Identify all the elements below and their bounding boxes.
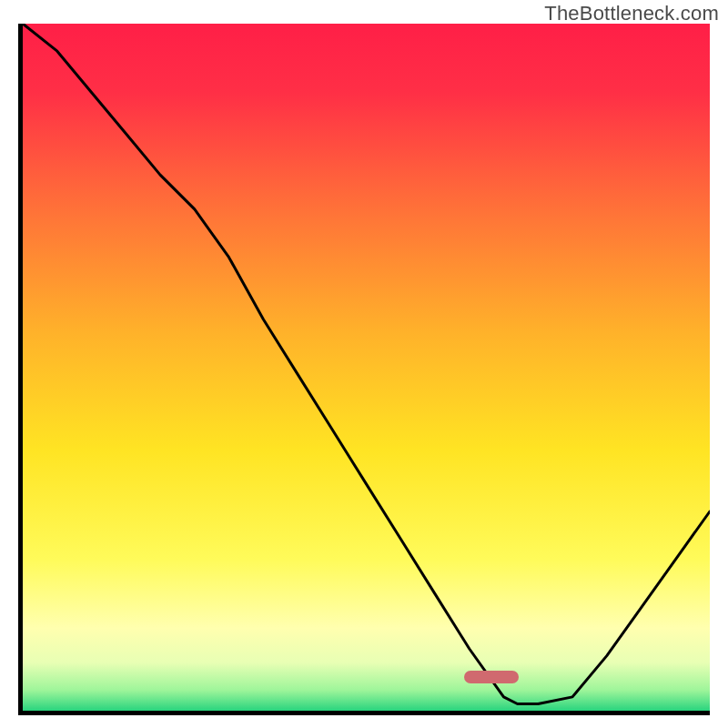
optimal-marker xyxy=(464,671,519,683)
watermark-text: TheBottleneck.com xyxy=(544,2,719,25)
chart-stage: TheBottleneck.com xyxy=(0,0,728,728)
gradient-background xyxy=(23,24,710,711)
plot-svg xyxy=(23,24,710,711)
plot-area xyxy=(18,24,710,715)
